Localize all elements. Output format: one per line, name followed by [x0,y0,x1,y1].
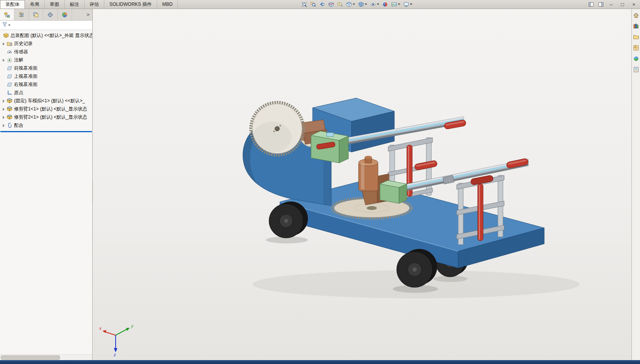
command-tab-0[interactable]: 装配体 [0,0,25,9]
tree-item-7[interactable]: 原点 [0,89,92,97]
view-palette-button[interactable] [633,45,639,52]
maximize-button[interactable]: □ [618,1,627,8]
panel-horizontal-scrollbar[interactable] [0,354,92,360]
filter-icon [2,22,7,27]
featuremanager-tab-strip: > [0,9,92,21]
command-tab-6[interactable]: MBD [157,0,178,9]
triad-y-label: y [131,324,134,328]
command-tab-2[interactable]: 草图 [45,0,65,9]
panel-tabs [0,9,72,20]
task-pane-toggle-icon [598,2,604,7]
displaymanager-tab[interactable] [58,9,72,20]
zoom-to-area-button[interactable] [309,1,317,8]
file-explorer-button[interactable] [633,34,639,42]
tree-item-1[interactable]: 历史记录 [0,40,92,48]
configurationmanager-icon [33,12,39,18]
view-palette-icon [633,45,639,51]
scrollbar-thumb[interactable] [1,355,60,360]
propertymanager-icon [18,12,25,18]
filter-dropdown-caret-icon[interactable] [8,24,11,26]
dimxpertmanager-tab[interactable] [43,9,58,20]
tree-item-4[interactable]: 前视基准面 [0,64,92,72]
command-tab-1[interactable]: 布局 [25,0,45,9]
dropdown-caret-icon[interactable] [365,4,367,5]
dynamic-annotation-view-button[interactable] [336,1,344,8]
command-tab-label: SOLIDWORKS 插件 [109,1,152,8]
command-tab-4[interactable]: 评估 [84,0,104,9]
display-style-button[interactable] [357,1,368,8]
options-pane-toggle-icon [588,2,594,7]
tree-item-6[interactable]: 右视基准面 [0,80,92,89]
zoom-to-fit-button[interactable] [301,1,308,8]
expand-pane-arrow[interactable]: > [84,9,92,20]
close-button[interactable]: × [629,1,638,8]
assembly-3d-view[interactable] [93,9,631,360]
command-tab-5[interactable]: SOLIDWORKS 插件 [104,0,157,9]
dropdown-caret-icon[interactable] [377,4,379,5]
edit-appearance-icon [382,2,388,7]
tree-item-9[interactable]: 修剪臂1<1> (默认) <默认_显示状态 [0,105,92,113]
minimize-button[interactable]: – [607,1,616,8]
arrow-slot [1,116,6,119]
apply-scene-icon [391,2,397,7]
featuremanager-tab[interactable] [0,9,14,20]
expand-arrow-icon[interactable] [3,116,5,119]
window-controls: – □ × [587,0,638,9]
arrow-slot [1,124,6,127]
tree-item-0[interactable]: 总装配图 (默认) <<默认>_外观 显示状态 [0,32,92,40]
section-view-button[interactable] [327,1,335,8]
assembly-icon [3,33,9,38]
solidworks-resources-button[interactable] [633,12,639,20]
tree-item-label: (固定) 车模拟<1> (默认) <<默认>_ [14,98,85,104]
command-tab-label: 标注 [70,1,79,8]
tree-filter-bar[interactable] [0,21,92,30]
mates-icon [7,122,12,128]
command-tab-3[interactable]: 标注 [65,0,84,9]
dropdown-caret-icon[interactable] [398,4,400,5]
tree-item-10[interactable]: 修剪臂2<1> (默认) <默认_显示状态 [0,113,92,121]
design-library-button[interactable] [633,23,639,31]
options-pane-toggle-button[interactable] [587,1,595,8]
expand-arrow-icon[interactable] [3,100,5,103]
apply-scene-button[interactable] [390,1,401,8]
rollback-bar[interactable] [0,131,92,132]
propertymanager-tab[interactable] [14,9,29,20]
design-library-icon [633,23,639,29]
dropdown-caret-icon[interactable] [410,4,412,5]
featuremanager-panel: > 总装配图 (默认) <<默认>_外观 显示状态历史记录传感器注解前视基准面上… [0,9,93,360]
configurationmanager-tab[interactable] [29,9,43,20]
tree-item-label: 注解 [14,57,23,63]
command-tab-label: MBD [162,2,173,7]
expand-arrow-icon[interactable] [3,59,5,62]
tree-item-label: 配合 [14,122,23,129]
origin-icon [7,90,12,96]
expand-arrow-icon[interactable] [3,124,5,127]
hide-show-items-button[interactable] [369,1,380,8]
dropdown-caret-icon[interactable] [353,4,355,5]
view-settings-button[interactable] [403,1,413,8]
task-pane-toggle-button[interactable] [597,1,605,8]
displaymanager-icon [62,12,68,18]
view-orientation-button[interactable] [345,1,356,8]
tree-item-8[interactable]: (固定) 车模拟<1> (默认) <<默认>_ [0,97,92,105]
file-explorer-icon [633,34,639,40]
arrow-slot [1,100,6,103]
tree-item-5[interactable]: 上视基准面 [0,72,92,80]
graphics-area[interactable]: x y z [93,9,631,360]
sensors-icon [7,49,12,55]
model-saw-blade-front[interactable] [251,102,304,155]
tree-item-3[interactable]: 注解 [0,56,92,64]
expand-arrow-icon[interactable] [3,42,5,46]
filter-icon-holder [2,22,7,29]
custom-properties-button[interactable] [633,66,639,74]
previous-view-button[interactable] [318,1,326,8]
expand-arrow-icon[interactable] [3,108,5,111]
tree-item-2[interactable]: 传感器 [0,48,92,56]
edit-appearance-button[interactable] [382,1,389,8]
component-icon [7,106,12,112]
model-arm-lower[interactable] [380,158,529,203]
model-wheel-front-left[interactable] [269,201,308,238]
tree-item-11[interactable]: 配合 [0,121,92,130]
appearances-scenes-button[interactable] [633,56,639,63]
annotations-icon [7,57,12,63]
